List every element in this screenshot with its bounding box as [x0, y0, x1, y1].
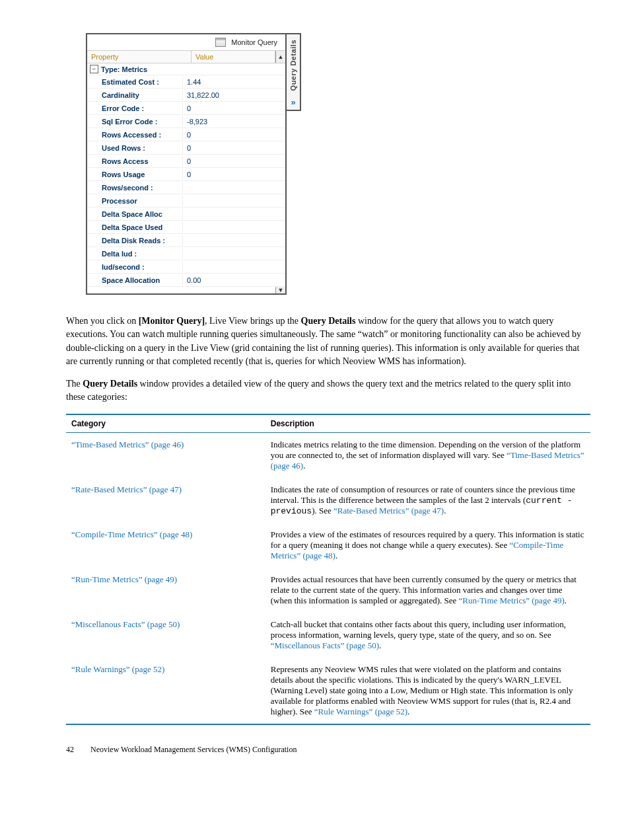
metric-property: Rows/second :	[87, 182, 183, 193]
table-row: Delta Space Alloc	[87, 208, 285, 221]
page-footer: 42 Neoview Workload Management Services …	[66, 745, 590, 755]
paragraph-2: The Query Details window provides a deta…	[66, 377, 590, 404]
table-row: “Time-Based Metrics” (page 46)Indicates …	[66, 432, 590, 478]
table-row: Rows/second :	[87, 181, 285, 194]
table-row: Space Allocation0.00	[87, 274, 285, 287]
metric-value	[183, 252, 285, 255]
table-row: Rows Accessed :0	[87, 128, 285, 141]
metric-property: Processor	[87, 196, 183, 206]
bold-query-details: Query Details	[301, 316, 356, 326]
metric-value	[183, 266, 285, 268]
metric-value: 0	[183, 103, 285, 114]
footer-title: Neoview Workload Management Services (WM…	[90, 745, 297, 754]
table-row: Sql Error Code :-8,923	[87, 115, 285, 128]
metric-property: Rows Usage	[87, 169, 183, 180]
collapse-icon[interactable]: −	[90, 65, 98, 73]
category-description: Catch-all bucket that contains other fac…	[265, 613, 590, 658]
category-description: Provides a view of the estimates of reso…	[265, 523, 590, 568]
metric-property: Iud/second :	[87, 262, 183, 272]
table-row: Delta Disk Reads :	[87, 234, 285, 247]
table-row: “Compile-Time Metrics” (page 48)Provides…	[66, 523, 590, 568]
table-row: Cardinality31,822.00	[87, 89, 285, 102]
scroll-up-icon[interactable]: ▲	[275, 51, 285, 63]
description-link[interactable]: “Rate-Based Metrics” (page 47)	[333, 506, 444, 515]
metric-value: 0	[183, 156, 285, 167]
bold-monitor-query: [Monitor Query]	[139, 316, 205, 326]
metric-property: Rows Accessed :	[87, 130, 183, 140]
category-name: “Rate-Based Metrics” (page 47)	[66, 478, 265, 523]
metric-property: Space Allocation	[87, 275, 183, 286]
metric-value: 0	[183, 169, 285, 180]
table-row: Delta Space Used	[87, 221, 285, 234]
category-name: “Run-Time Metrics” (page 49)	[66, 568, 265, 613]
category-link[interactable]: “Rate-Based Metrics” (page 47)	[71, 484, 182, 494]
category-link[interactable]: “Run-Time Metrics” (page 49)	[71, 574, 177, 584]
description-link[interactable]: “Run-Time Metrics” (page 49)	[459, 595, 565, 605]
category-name: “Compile-Time Metrics” (page 48)	[66, 523, 265, 568]
description-link[interactable]: “Miscellanous Facts” (page 50)	[271, 640, 379, 650]
category-description: Provides actual resources that have been…	[265, 568, 590, 613]
header-value: Value	[192, 51, 275, 63]
table-row: Processor	[87, 194, 285, 208]
scroll-down-icon[interactable]: ▼	[275, 287, 285, 293]
metric-value: 1.44	[183, 77, 285, 87]
table-row: “Miscellanous Facts” (page 50)Catch-all …	[66, 613, 590, 658]
metric-property: Delta Iud :	[87, 248, 183, 259]
table-row: “Rate-Based Metrics” (page 47)Indicates …	[66, 478, 590, 523]
table-row: Estimated Cost :1.44	[87, 75, 285, 89]
metric-value	[183, 213, 285, 215]
metric-value: -8,923	[183, 116, 285, 127]
table-row: “Rule Warnings” (page 52)Represents any …	[66, 658, 590, 724]
category-link[interactable]: “Compile-Time Metrics” (page 48)	[71, 529, 192, 539]
metric-property: Cardinality	[87, 90, 183, 100]
table-row: Delta Iud :	[87, 247, 285, 260]
table-row: Rows Access0	[87, 155, 285, 168]
categories-table: Category Description “Time-Based Metrics…	[66, 414, 590, 725]
metric-property: Sql Error Code :	[87, 116, 183, 127]
metric-property: Delta Space Alloc	[87, 209, 183, 219]
query-details-tab[interactable]: Query Details »	[287, 33, 301, 111]
paragraph-1: When you click on [Monitor Query], Live …	[66, 315, 590, 368]
page-number: 42	[66, 745, 88, 755]
grid-header-row: Property Value ▲	[87, 51, 285, 63]
metric-value: 0.00	[183, 275, 285, 286]
metrics-grid: Monitor Query Property Value ▲ − Type: M…	[86, 33, 287, 295]
category-link[interactable]: “Miscellanous Facts” (page 50)	[71, 619, 180, 629]
window-icon	[215, 38, 226, 47]
metric-property: Used Rows :	[87, 143, 183, 153]
table-row: Iud/second :	[87, 260, 285, 274]
metric-property: Error Code :	[87, 103, 183, 114]
metric-property: Delta Disk Reads :	[87, 235, 183, 246]
category-link[interactable]: “Time-Based Metrics” (page 46)	[71, 439, 184, 449]
side-tab-label: Query Details	[289, 37, 297, 93]
table-row: Used Rows :0	[87, 141, 285, 155]
category-description: Represents any Neoview WMS rules that we…	[265, 658, 590, 724]
table-row: “Run-Time Metrics” (page 49)Provides act…	[66, 568, 590, 613]
table-row: Error Code :0	[87, 102, 285, 115]
cat-header-category: Category	[66, 414, 265, 433]
category-name: “Miscellanous Facts” (page 50)	[66, 613, 265, 658]
category-name: “Time-Based Metrics” (page 46)	[66, 432, 265, 478]
metric-value: 0	[183, 143, 285, 153]
category-description: Indicates metrics relating to the time d…	[265, 432, 590, 478]
group-label: Type: Metrics	[101, 65, 147, 73]
cat-header-description: Description	[265, 414, 590, 433]
bold-query-details-2: Query Details	[83, 379, 137, 389]
metric-property: Estimated Cost :	[87, 77, 183, 87]
widget-titlebar: Monitor Query	[87, 34, 285, 51]
metric-property: Rows Access	[87, 156, 183, 167]
metric-value	[183, 200, 285, 202]
table-row: Rows Usage0	[87, 168, 285, 181]
monitor-query-screenshot: Monitor Query Property Value ▲ − Type: M…	[86, 33, 590, 295]
metric-value	[183, 186, 285, 189]
metric-property: Delta Space Used	[87, 222, 183, 233]
description-link[interactable]: “Rule Warnings” (page 52)	[314, 706, 407, 716]
expand-arrows-icon[interactable]: »	[287, 97, 300, 107]
category-name: “Rule Warnings” (page 52)	[66, 658, 265, 724]
group-row[interactable]: − Type: Metrics	[87, 63, 285, 75]
metric-value: 0	[183, 130, 285, 140]
category-link[interactable]: “Rule Warnings” (page 52)	[71, 664, 164, 674]
grid-rows: Estimated Cost :1.44Cardinality31,822.00…	[87, 75, 285, 287]
header-property: Property	[87, 51, 192, 63]
category-description: Indicates the rate of consumption of res…	[265, 478, 590, 523]
